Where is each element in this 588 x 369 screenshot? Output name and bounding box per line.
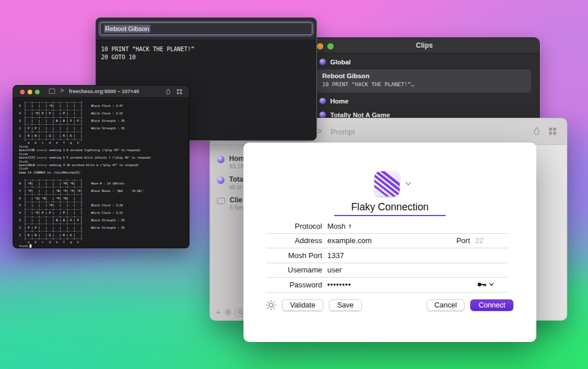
layout-grid-icon[interactable] [549, 128, 556, 135]
gear-icon[interactable] [225, 309, 231, 316]
port-label: Port [457, 236, 470, 245]
host-title: Clie [230, 196, 243, 204]
password-label: Password [266, 280, 322, 289]
title-underline [334, 215, 446, 216]
globe-icon [319, 59, 326, 66]
prompt-icon: > [60, 87, 64, 94]
clips-section-global[interactable]: Global [319, 59, 351, 66]
address-field[interactable]: example.com [327, 236, 372, 245]
port-field[interactable]: 22 [475, 236, 483, 245]
password-options-chevron-icon[interactable] [489, 283, 494, 286]
protocol-row: Protocol Mosh ▲▼ [266, 219, 508, 234]
host-subtitle: 93.18 [229, 163, 245, 170]
zoom-button[interactable] [35, 90, 40, 94]
window-icon [49, 89, 55, 94]
terminal-title: freechess.org:5000 – 107×40 [69, 89, 139, 94]
window-title: Clips [310, 41, 539, 49]
clip-item-selected[interactable]: Reboot Gibson 10 PRINT “HACK THE PLANET!… [316, 70, 531, 93]
connection-name-input[interactable]: Flaky Connection [243, 201, 536, 213]
password-field[interactable]: •••••••• [327, 280, 351, 289]
username-field[interactable]: user [327, 266, 342, 274]
address-row: Address example.com Port 22 [266, 234, 508, 249]
username-label: Username [266, 266, 322, 274]
add-host-icon[interactable]: + [216, 308, 220, 316]
sidebar-host-item[interactable]: Tota alt.or [217, 175, 243, 190]
connection-dialog: Flaky Connection Protocol Mosh ▲▼ Addres… [243, 143, 536, 342]
mosh-port-field[interactable]: 1337 [327, 251, 344, 260]
globe-icon [319, 98, 326, 105]
icon-chooser-chevron-icon[interactable] [405, 182, 411, 186]
popup-stepper-icon: ▲▼ [349, 224, 351, 228]
connect-button[interactable]: Connect [470, 299, 513, 311]
clips-window: Clips Global Reboot Gibson 10 PRINT “HAC… [309, 37, 540, 129]
clip-title: Reboot Gibson [322, 72, 525, 79]
host-title: Hom [229, 155, 245, 163]
username-row: Username user [266, 263, 508, 278]
terminal-line: GuestZKLN (++++) seeking 3 10 unrated bl… [19, 163, 151, 167]
terminal-line: fics% █ [19, 244, 151, 248]
connection-form: Protocol Mosh ▲▼ Address example.com Por… [266, 219, 508, 293]
save-button[interactable]: Save [329, 299, 362, 311]
folder-icon [217, 198, 225, 204]
clip-name-value: Reboot Gibson [104, 25, 150, 33]
cancel-button[interactable]: Cancel [427, 299, 465, 311]
ink-drop-icon[interactable] [533, 127, 540, 135]
terminal-line: GuestSYZR (++++) seeking 1 0 unrated lig… [19, 148, 151, 152]
sidebar-host-item[interactable]: Clie 5 Ser [217, 196, 243, 211]
terminal-output[interactable]: |---+---+---+---+---+---+---+---|5 | | |… [19, 101, 151, 248]
mosh-port-row: Mosh Port 1337 [266, 248, 508, 263]
protocol-label: Protocol [266, 222, 322, 230]
host-title: Tota [229, 175, 243, 183]
validate-button[interactable]: Validate [282, 299, 323, 311]
prompt-icon: > [317, 126, 322, 136]
clip-name-input[interactable]: Reboot Gibson [100, 22, 312, 35]
clip-code-text: 10 PRINT “HACK THE PLANET!”20 GOTO 10 [101, 45, 195, 62]
protocol-select[interactable]: Mosh ▲▼ [327, 222, 351, 230]
sidebar-host-item[interactable]: Hom 93.18 [217, 155, 245, 170]
globe-icon [217, 176, 225, 184]
clips-titlebar[interactable]: Clips [310, 38, 539, 53]
search-icon [238, 310, 243, 315]
section-label: Home [330, 98, 349, 105]
dialog-buttons: Validate Save Cancel Connect [266, 299, 513, 312]
host-subtitle: 5 Ser [230, 205, 243, 211]
globe-icon [217, 156, 225, 163]
section-label: Global [330, 59, 351, 66]
mosh-port-label: Mosh Port [266, 251, 322, 260]
terminal-window: > freechess.org:5000 – 107×40 |---+---+-… [13, 85, 189, 248]
advanced-settings-icon[interactable] [266, 300, 276, 310]
ink-drop-icon[interactable] [166, 89, 171, 94]
password-row: Password •••••••• [266, 278, 508, 293]
address-label: Address [266, 236, 322, 245]
terminal-line: GuestCSTZ (++++) seeking 5 5 unrated bli… [19, 156, 151, 159]
key-icon[interactable] [477, 282, 487, 287]
clips-section-home[interactable]: Home [319, 98, 349, 105]
terminal-titlebar[interactable]: > freechess.org:5000 – 107×40 [13, 86, 189, 98]
layout-grid-icon[interactable] [177, 89, 182, 94]
tab-prompt[interactable]: Prompt [331, 128, 355, 136]
clip-preview: 10 PRINT “HACK THE PLANET!”… [322, 81, 525, 87]
app-icon[interactable] [374, 171, 400, 197]
close-button[interactable] [20, 90, 25, 94]
minimize-button[interactable] [28, 90, 32, 94]
host-subtitle: alt.or [229, 184, 243, 190]
